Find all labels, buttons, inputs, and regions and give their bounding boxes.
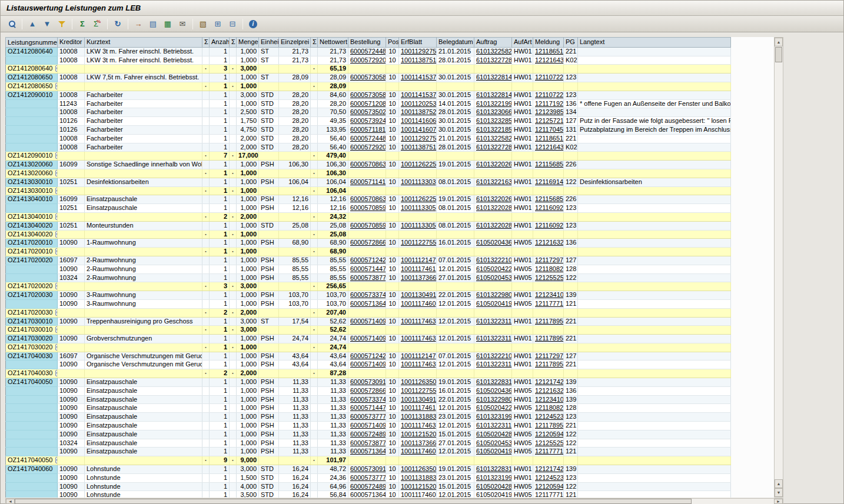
cell-auf[interactable]: 6101322210 bbox=[474, 352, 512, 361]
vertical-scroll-track[interactable] bbox=[775, 63, 783, 479]
cell-ln[interactable] bbox=[6, 439, 58, 448]
cell-mel[interactable]: 12118651 bbox=[533, 47, 564, 56]
col-header-ln[interactable]: Leistungsnummer▲ bbox=[6, 38, 58, 48]
cell-mel[interactable]: 12116092 bbox=[533, 221, 564, 230]
cell-auf[interactable]: 6101322311 bbox=[474, 361, 512, 369]
cell-mel[interactable]: 12124523 bbox=[533, 473, 564, 482]
sum-icon[interactable]: Σ bbox=[75, 18, 89, 31]
mel-link[interactable]: 12121643 bbox=[535, 143, 564, 151]
auf-link[interactable]: 6101322026 bbox=[476, 161, 512, 168]
cell-ln[interactable] bbox=[6, 473, 58, 482]
subtotal-icon[interactable]: Σ% bbox=[90, 18, 104, 31]
cell-mel[interactable]: 12121632 bbox=[533, 386, 564, 395]
auf-link[interactable]: 6101322728 bbox=[476, 56, 512, 64]
cell-be[interactable]: 6000570863 bbox=[348, 195, 386, 204]
cell-auf[interactable]: 6101323066 bbox=[474, 108, 512, 117]
erf-link[interactable]: 1001117461 bbox=[401, 265, 436, 272]
cell-erf[interactable]: 1001141607 bbox=[399, 125, 437, 134]
cell-mel[interactable]: 12117895 bbox=[533, 335, 564, 343]
auf-link[interactable]: 6105020453 bbox=[476, 274, 512, 281]
be-link[interactable]: 6000572489 bbox=[350, 430, 386, 438]
export-icon[interactable]: → bbox=[131, 18, 145, 31]
be-link[interactable]: 6000573374 bbox=[350, 396, 386, 403]
cell-ln[interactable] bbox=[6, 204, 58, 213]
sort-ascending-icon[interactable]: ▲ bbox=[25, 18, 39, 31]
mel-link[interactable]: 12124523 bbox=[535, 413, 564, 420]
col-header-mel[interactable]: Meldung bbox=[533, 38, 564, 48]
cell-ln[interactable] bbox=[6, 448, 58, 456]
cell-ln[interactable] bbox=[6, 386, 58, 395]
erf-link[interactable]: 1001138751 bbox=[401, 56, 436, 64]
mel-link[interactable]: 12110722 bbox=[535, 91, 563, 98]
cell-erf[interactable]: 1001117463 bbox=[399, 422, 437, 430]
cell-be[interactable]: 6000571141 bbox=[348, 178, 386, 186]
mel-link[interactable]: 12116914 bbox=[535, 178, 563, 185]
mel-link[interactable]: 12123410 bbox=[535, 291, 564, 298]
cell-ln[interactable] bbox=[6, 265, 58, 273]
cell-auf[interactable]: 6101322185 bbox=[474, 125, 512, 134]
auf-link[interactable]: 6101322831 bbox=[476, 378, 512, 385]
col-header-s2[interactable]: Σ bbox=[230, 38, 237, 48]
mel-link[interactable]: 12116092 bbox=[535, 204, 563, 211]
cell-be[interactable]: 6000571409 bbox=[348, 335, 386, 343]
vertical-scroll-thumb[interactable] bbox=[775, 47, 782, 62]
cell-be[interactable]: 6000571364 bbox=[348, 491, 386, 498]
cell-auf[interactable]: 6101322582 bbox=[474, 47, 512, 56]
be-link[interactable]: 6000571447 bbox=[350, 265, 386, 272]
cell-mel[interactable]: 12110722 bbox=[533, 74, 564, 82]
mel-link[interactable]: 12125525 bbox=[535, 274, 564, 281]
mel-link[interactable]: 12118651 bbox=[535, 48, 563, 55]
mel-link[interactable]: 12120594 bbox=[535, 430, 564, 438]
cell-mel[interactable]: 12121632 bbox=[533, 239, 564, 248]
erf-link[interactable]: 1001122755 bbox=[401, 239, 436, 246]
mel-link[interactable]: 12123410 bbox=[535, 396, 564, 403]
cell-be[interactable]: 6000571242 bbox=[348, 256, 386, 265]
col-header-ei[interactable]: Einheit bbox=[259, 38, 279, 48]
cell-be[interactable]: 6000571364 bbox=[348, 299, 386, 308]
auf-link[interactable]: 6101322028 bbox=[476, 222, 512, 229]
cell-ln[interactable] bbox=[6, 125, 58, 134]
col-header-be[interactable]: Bestellung bbox=[348, 38, 386, 48]
auf-link[interactable]: 6105020419 bbox=[476, 448, 512, 455]
cell-mel[interactable]: 12118651 bbox=[533, 134, 564, 143]
erf-link[interactable]: 1001126350 bbox=[401, 378, 436, 385]
cell-erf[interactable]: 1001138751 bbox=[399, 143, 437, 152]
cell-erf[interactable]: 1001141606 bbox=[399, 117, 437, 126]
cell-mel[interactable]: 12120594 bbox=[533, 482, 564, 491]
auf-link[interactable]: 6101322814 bbox=[476, 74, 512, 81]
cell-mel[interactable]: 12118082 bbox=[533, 404, 564, 413]
vertical-scrollbar[interactable]: ▲ ▲ ▼ bbox=[774, 37, 783, 498]
erf-link[interactable]: 1001141537 bbox=[401, 74, 436, 81]
auf-link[interactable]: 6101322210 bbox=[476, 352, 512, 359]
cell-auf[interactable]: 6101322311 bbox=[474, 317, 512, 326]
erf-link[interactable]: 1001131883 bbox=[401, 474, 436, 481]
mel-link[interactable]: 12117297 bbox=[535, 352, 563, 359]
cell-ln[interactable]: OZ1412090010 bbox=[6, 91, 58, 99]
auf-link[interactable]: 6101322028 bbox=[476, 204, 512, 211]
col-header-nw[interactable]: Nettowert bbox=[318, 38, 348, 48]
auf-link[interactable]: 6101322210 bbox=[476, 256, 512, 263]
be-link[interactable]: 6000571141 bbox=[350, 178, 386, 185]
cell-ln[interactable] bbox=[6, 404, 58, 413]
auf-link[interactable]: 6101322582 bbox=[476, 48, 512, 55]
auf-link[interactable]: 6101322311 bbox=[476, 335, 511, 342]
mel-link[interactable]: 12124523 bbox=[535, 474, 564, 481]
cell-erf[interactable]: 1001129275 bbox=[399, 47, 437, 56]
be-link[interactable]: 6000573374 bbox=[350, 291, 386, 298]
cell-ln[interactable]: OZ1417020010 bbox=[6, 239, 58, 248]
cell-be[interactable]: 6000571409 bbox=[348, 317, 386, 326]
cell-ln[interactable]: OZ1417040030 bbox=[6, 352, 58, 361]
cell-be[interactable]: 6000571447 bbox=[348, 404, 386, 413]
cell-mel[interactable]: 12117895 bbox=[533, 317, 564, 326]
cell-auf[interactable]: 6101322728 bbox=[474, 56, 512, 65]
cell-mel[interactable]: 12124523 bbox=[533, 413, 564, 422]
auf-link[interactable]: 6101322814 bbox=[476, 91, 512, 98]
horizontal-scroll-thumb[interactable] bbox=[15, 499, 692, 504]
be-link[interactable]: 6000573502 bbox=[350, 108, 386, 115]
be-link[interactable]: 6000571409 bbox=[350, 335, 386, 342]
erf-link[interactable]: 1001117463 bbox=[401, 335, 436, 342]
erf-link[interactable]: 1001138751 bbox=[401, 143, 436, 151]
mel-link[interactable]: 12118082 bbox=[535, 404, 563, 411]
cell-be[interactable]: 6000572920 bbox=[348, 143, 386, 152]
cell-mel[interactable]: 12117297 bbox=[533, 352, 564, 361]
